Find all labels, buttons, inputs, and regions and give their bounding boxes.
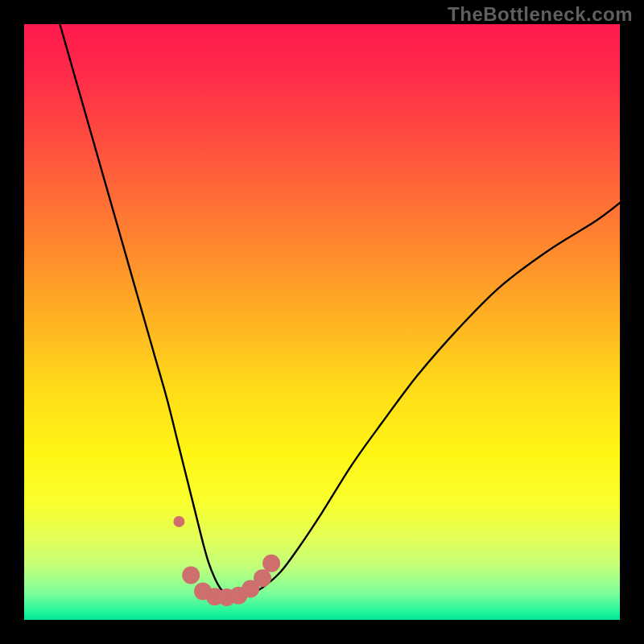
- highlight-dot: [182, 567, 200, 584]
- highlight-dots: [24, 24, 620, 620]
- highlight-dot: [173, 516, 184, 527]
- highlight-dot: [262, 555, 280, 572]
- plot-area: [24, 24, 620, 620]
- highlight-dot: [254, 569, 271, 587]
- chart-frame: TheBottleneck.com: [0, 0, 644, 644]
- watermark-text: TheBottleneck.com: [448, 3, 633, 26]
